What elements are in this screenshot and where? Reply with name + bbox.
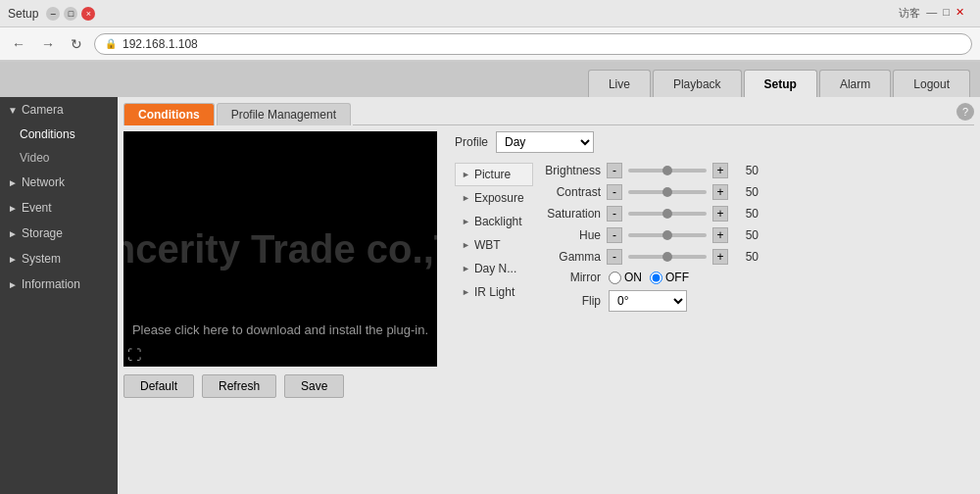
tab-alarm[interactable]: Alarm <box>819 70 891 97</box>
video-overlay-text[interactable]: Please click here to download and instal… <box>123 322 437 337</box>
submenu-backlight-label: Backlight <box>474 215 522 228</box>
sidebar: ▼ Camera Conditions Video ► Network ► Ev… <box>0 97 118 494</box>
fullscreen-icon[interactable]: ⛶ <box>127 347 141 363</box>
submenu-picture-label: Picture <box>474 168 511 181</box>
address-bar[interactable]: 🔒 192.168.1.108 <box>94 33 972 55</box>
sidebar-section-system[interactable]: ► System <box>0 246 118 272</box>
sidebar-section-event[interactable]: ► Event <box>0 195 118 221</box>
close-link[interactable]: ✕ <box>956 6 964 21</box>
sidebar-section-information[interactable]: ► Information <box>0 272 118 297</box>
tab-logout[interactable]: Logout <box>893 70 970 97</box>
contrast-plus[interactable]: + <box>712 184 728 200</box>
hue-label: Hue <box>537 228 601 242</box>
mirror-on-option[interactable]: ON <box>609 271 642 284</box>
brightness-plus[interactable]: + <box>712 163 728 178</box>
tab-live[interactable]: Live <box>588 70 651 97</box>
submenu-backlight[interactable]: ► Backlight <box>455 210 533 233</box>
watermark-text: Sincerity Trade co.,TD <box>123 227 437 272</box>
brightness-row: Brightness - + 50 <box>537 163 974 178</box>
camera-label: Camera <box>22 103 64 117</box>
back-button[interactable]: ← <box>8 34 29 54</box>
mirror-off-radio[interactable] <box>650 272 662 284</box>
inner-panels: ► Picture ► Exposure ► Backlight ► <box>455 163 974 318</box>
submenu-exposure[interactable]: ► Exposure <box>455 186 533 210</box>
address-text: 192.168.1.108 <box>122 37 198 51</box>
submenu-daynight-label: Day N... <box>474 262 516 275</box>
mirror-off-option[interactable]: OFF <box>650 271 689 284</box>
profile-label: Profile <box>455 135 488 149</box>
mirror-off-label: OFF <box>665 271 689 284</box>
profile-select[interactable]: Day Night Normal <box>496 131 594 153</box>
submenu-irlight-label: IR Light <box>474 285 514 299</box>
tab-playback[interactable]: Playback <box>653 70 742 97</box>
refresh-nav-button[interactable]: ↻ <box>67 34 86 54</box>
submenu-wbt-label: WBT <box>474 238 501 252</box>
tab-separator <box>353 103 974 125</box>
hue-minus[interactable]: - <box>607 227 622 243</box>
brightness-value: 50 <box>734 164 759 177</box>
sidebar-item-conditions[interactable]: Conditions <box>0 123 118 146</box>
browser-chrome: Setup – □ × 访客 — □ ✕ ← → ↻ 🔒 192.168.1.1… <box>0 0 980 62</box>
sidebar-section-storage[interactable]: ► Storage <box>0 221 118 246</box>
gamma-track <box>628 255 707 259</box>
submenu-day-night[interactable]: ► Day N... <box>455 257 533 280</box>
storage-label: Storage <box>22 226 63 240</box>
saturation-plus[interactable]: + <box>712 206 728 222</box>
gamma-thumb[interactable] <box>662 252 672 262</box>
submenu-picture[interactable]: ► Picture <box>455 163 533 186</box>
contrast-thumb[interactable] <box>662 187 672 197</box>
contrast-minus[interactable]: - <box>607 184 622 200</box>
brightness-minus[interactable]: - <box>607 163 622 178</box>
brightness-track <box>628 169 707 173</box>
tab-profile-management[interactable]: Profile Management <box>217 103 351 125</box>
tab-setup[interactable]: Setup <box>744 70 817 97</box>
submenu-ir-light[interactable]: ► IR Light <box>455 280 533 304</box>
storage-arrow-icon: ► <box>8 228 18 239</box>
gamma-minus[interactable]: - <box>607 249 622 265</box>
submenu-exposure-label: Exposure <box>474 191 524 205</box>
wbt-arrow-icon: ► <box>462 240 470 250</box>
close-button[interactable]: × <box>81 7 95 21</box>
forward-button[interactable]: → <box>37 34 59 54</box>
contrast-track <box>628 190 707 194</box>
refresh-button[interactable]: Refresh <box>202 374 276 398</box>
tab-conditions[interactable]: Conditions <box>123 103 215 125</box>
profile-row: Profile Day Night Normal <box>455 131 974 153</box>
mirror-on-label: ON <box>624 271 642 284</box>
hue-plus[interactable]: + <box>712 227 728 243</box>
min-link[interactable]: — <box>926 6 937 21</box>
flip-row: Flip 0° 90° 180° 270° <box>537 290 974 312</box>
submenu-wbt[interactable]: ► WBT <box>455 233 533 257</box>
system-arrow-icon: ► <box>8 254 18 265</box>
event-label: Event <box>22 201 52 215</box>
default-button[interactable]: Default <box>123 374 194 398</box>
video-preview: Sincerity Trade co.,TD Please click here… <box>123 131 437 367</box>
save-button[interactable]: Save <box>284 374 344 398</box>
irlight-arrow-icon: ► <box>462 287 470 297</box>
minimize-button[interactable]: – <box>46 7 60 21</box>
saturation-label: Saturation <box>537 207 601 221</box>
maximize-button[interactable]: □ <box>64 7 77 21</box>
hue-row: Hue - + 50 <box>537 227 974 243</box>
gamma-plus[interactable]: + <box>712 249 728 265</box>
network-label: Network <box>22 175 65 189</box>
saturation-minus[interactable]: - <box>607 206 622 222</box>
brightness-thumb[interactable] <box>662 166 672 175</box>
sidebar-section-network[interactable]: ► Network <box>0 170 118 195</box>
sub-menu: ► Picture ► Exposure ► Backlight ► <box>455 163 533 318</box>
hue-thumb[interactable] <box>662 230 672 240</box>
system-label: System <box>22 252 61 266</box>
title-bar: Setup – □ × 访客 — □ ✕ <box>0 0 980 27</box>
contrast-row: Contrast - + 50 <box>537 184 974 200</box>
mirror-on-radio[interactable] <box>609 272 621 284</box>
saturation-track <box>628 212 707 216</box>
sidebar-section-camera[interactable]: ▼ Camera <box>0 97 118 123</box>
saturation-thumb[interactable] <box>662 209 672 219</box>
flip-select[interactable]: 0° 90° 180° 270° <box>609 290 687 312</box>
sidebar-item-video[interactable]: Video <box>0 146 118 170</box>
help-icon[interactable]: ? <box>956 103 974 121</box>
daynight-arrow-icon: ► <box>462 264 470 273</box>
main-container: ▼ Camera Conditions Video ► Network ► Ev… <box>0 97 980 494</box>
max-link[interactable]: □ <box>943 6 950 21</box>
visit-link[interactable]: 访客 <box>899 6 920 21</box>
